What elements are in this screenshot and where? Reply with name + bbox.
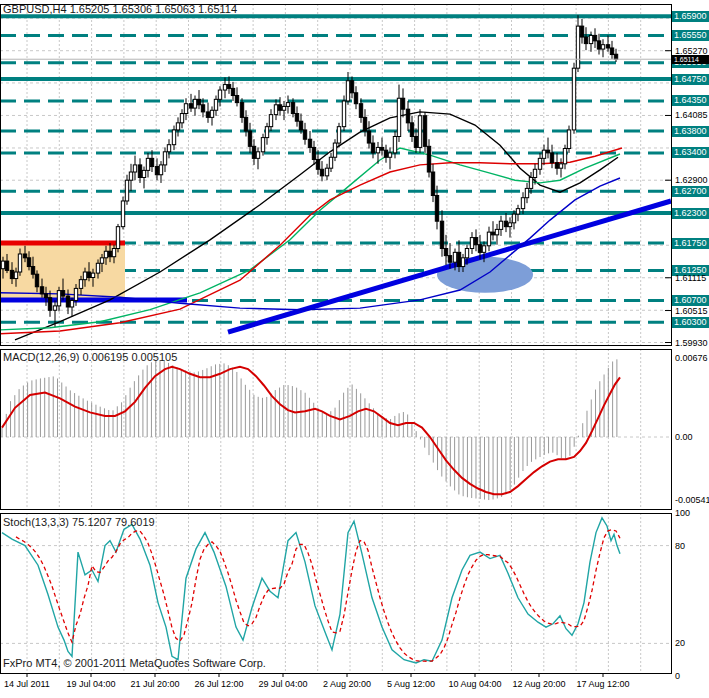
candle-body: [491, 232, 494, 235]
macd-axis-label: 0.00: [675, 432, 693, 442]
candle-body: [593, 35, 596, 40]
candle-body: [104, 251, 107, 258]
candle-body: [53, 306, 56, 310]
candle-body: [252, 146, 255, 158]
candle-body: [214, 99, 217, 110]
price-level-badge: 1.62700: [672, 186, 709, 197]
date-tick-label: 26 Jul 12:00: [195, 679, 244, 689]
candle-body: [572, 68, 575, 130]
candle-body: [597, 41, 600, 49]
candle-body: [440, 221, 443, 248]
candle-body: [342, 101, 345, 127]
candle-body: [388, 153, 391, 157]
candle-body: [150, 158, 153, 166]
price-level-badge: 1.65900: [672, 11, 709, 22]
candle-body: [329, 157, 332, 168]
candle-body: [567, 130, 570, 149]
candle-body: [261, 138, 264, 152]
candle-body: [278, 105, 281, 110]
candle-body: [235, 96, 238, 103]
candle-body: [393, 136, 396, 152]
candle-body: [508, 223, 511, 227]
candle-body: [83, 272, 86, 280]
candle-body: [244, 117, 247, 131]
candle-body: [274, 105, 277, 115]
candle-body: [529, 177, 532, 188]
price-level-badge: 1.62300: [672, 208, 709, 219]
candle-body: [580, 26, 583, 37]
candle-body: [397, 98, 400, 136]
candle-body: [333, 143, 336, 157]
current-price-marker: 1.65114: [672, 55, 709, 64]
price-tick-label: 1.61115: [675, 273, 706, 283]
candle-body: [410, 123, 413, 137]
candle-body: [282, 106, 285, 110]
candle-body: [256, 152, 259, 159]
candle-body: [125, 180, 128, 201]
price-level-badge: 1.63800: [672, 126, 709, 137]
candle-body: [414, 136, 417, 147]
price-level-badge: 1.63400: [672, 147, 709, 158]
candle-body: [295, 114, 298, 122]
date-tick-label: 19 Jul 04:00: [67, 679, 116, 689]
candle-body: [478, 245, 481, 253]
candle-body: [172, 130, 175, 145]
candle-body: [316, 159, 319, 169]
candle-body: [337, 127, 340, 143]
price-level-badge: 1.64750: [672, 74, 709, 85]
date-tick-label: 10 Aug 04:00: [449, 679, 502, 689]
candle-body: [129, 172, 132, 180]
candle-body: [584, 37, 587, 44]
candle-body: [367, 131, 370, 143]
candle-body: [487, 232, 490, 246]
candle-body: [504, 221, 507, 226]
candle-body: [465, 249, 468, 258]
candle-body: [555, 163, 558, 168]
macd-signal-line: [2, 367, 620, 495]
chart-canvas[interactable]: [0, 0, 709, 698]
candle-body: [14, 272, 17, 279]
candle-body: [96, 263, 99, 273]
candle-body: [193, 99, 196, 108]
candle-body: [35, 274, 38, 287]
candle-body: [406, 109, 409, 123]
candle-body: [180, 114, 183, 123]
date-tick-label: 14 Jul 2011: [4, 679, 50, 689]
stoch-k-line: [2, 518, 620, 663]
candle-body: [121, 201, 124, 227]
stoch-indicator-title: Stoch(13,3,3) 75.1207 79.6019: [3, 516, 155, 528]
candle-body: [10, 270, 13, 278]
candle-body: [525, 188, 528, 197]
candle-body: [376, 147, 379, 152]
stoch-axis-label: 100: [675, 508, 690, 518]
macd-pane-border: [1, 350, 672, 510]
candle-body: [167, 145, 170, 152]
mt4-chart-window[interactable]: GBPUSD,H4 1.65205 1.65306 1.65063 1.6511…: [0, 0, 709, 698]
candle-body: [448, 256, 451, 263]
candle-body: [346, 81, 349, 101]
candle-body: [112, 249, 115, 257]
candle-body: [453, 252, 456, 262]
candle-body: [240, 103, 243, 118]
date-tick-label: 5 Aug 12:00: [387, 679, 435, 689]
candle-body: [189, 104, 192, 108]
candle-body: [614, 54, 617, 59]
candle-body: [201, 105, 204, 112]
candle-body: [427, 146, 430, 172]
candle-body: [163, 152, 166, 165]
stoch-axis-label: 80: [675, 541, 685, 551]
candle-body: [231, 88, 234, 95]
price-tick-label: 1.62900: [675, 175, 708, 185]
candle-body: [116, 227, 119, 249]
candle-body: [550, 153, 553, 163]
candle-body: [138, 165, 141, 178]
candle-body: [57, 291, 60, 306]
candle-body: [401, 98, 404, 109]
candle-body: [601, 45, 604, 49]
candle-body: [457, 252, 460, 266]
candle-body: [87, 272, 90, 277]
candle-body: [325, 168, 328, 176]
candle-body: [155, 167, 158, 175]
candle-body: [133, 165, 136, 172]
candle-body: [423, 116, 426, 147]
